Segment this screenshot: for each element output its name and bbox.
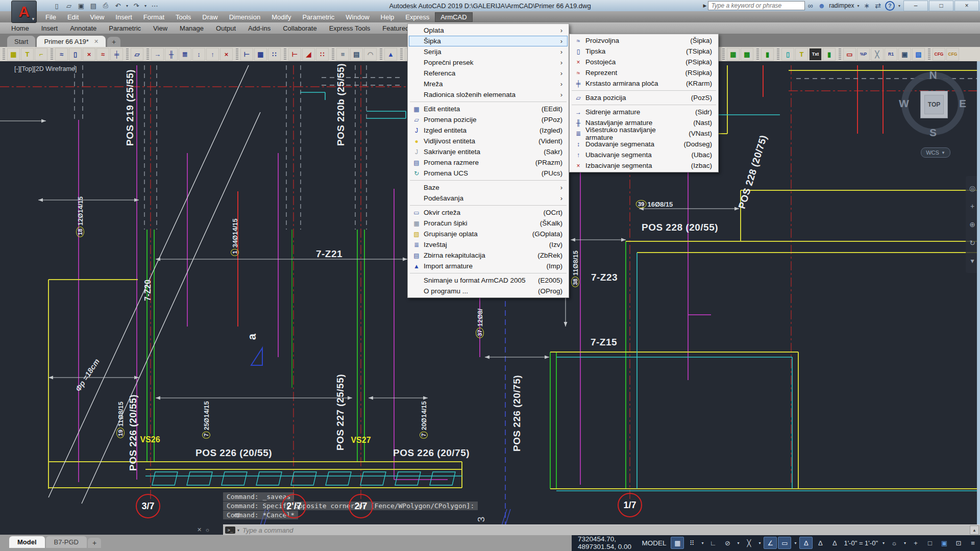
menu-item-postoje-a[interactable]: ×Postojeća(PSipka): [571, 57, 717, 67]
annotation-scale-value[interactable]: 1'-0" = 1'-0": [844, 539, 878, 547]
close-icon[interactable]: ✕: [94, 38, 99, 45]
annotation-visibility-icon[interactable]: Δ: [799, 537, 813, 549]
menu-item-referenca[interactable]: Referenca›: [409, 68, 568, 79]
app-store-icon[interactable]: ∗: [864, 2, 870, 10]
command-scroll-up-icon[interactable]: ▲: [970, 525, 979, 535]
menu-item-promena-ucs[interactable]: ↻Promena UCS(PUcs): [409, 168, 568, 179]
anchoring-icon[interactable]: →: [151, 48, 164, 61]
formwork-t-icon[interactable]: T: [21, 48, 34, 61]
viewcube-top-face[interactable]: TOP: [920, 91, 948, 118]
menu-item-vi-estruko-nastavljanje-armature[interactable]: ≣Višestruko nastavljanje armature(VNast): [571, 128, 717, 139]
recent-commands-caret-icon[interactable]: ▾: [237, 528, 239, 533]
workspace-caret-icon[interactable]: ▾: [902, 537, 908, 549]
entity-bar-green-icon[interactable]: ▮: [761, 48, 774, 61]
menu-item-serija[interactable]: Serija›: [409, 46, 568, 57]
cross-reinforced-slab-icon[interactable]: ╪: [110, 48, 123, 61]
tab-home[interactable]: Home: [5, 23, 35, 33]
menu-item-mre-a[interactable]: Mreža›: [409, 79, 568, 89]
tab-output[interactable]: Output: [210, 23, 242, 33]
menu-item-baze[interactable]: Baze›: [409, 182, 568, 193]
help-caret-icon[interactable]: ▾: [898, 4, 900, 8]
menu-insert[interactable]: Insert: [110, 12, 138, 22]
layout-tab-b7-pgd[interactable]: B7-PGD: [46, 536, 87, 548]
file-tab-start[interactable]: Start: [7, 36, 35, 47]
menu-item-okvir-crte-a[interactable]: ▭Okvir crteža(OCrt): [409, 207, 568, 218]
menu-modify[interactable]: Modify: [266, 12, 297, 22]
viewcube-north[interactable]: N: [929, 69, 937, 81]
tab-view[interactable]: View: [147, 23, 174, 33]
wcs-selector[interactable]: WCS ▼: [921, 147, 950, 158]
workspace-switching-icon[interactable]: ☼: [888, 537, 901, 549]
isolate-objects-icon[interactable]: □: [923, 537, 937, 549]
toolbar-grip[interactable]: [928, 48, 930, 60]
series-dots-icon[interactable]: ∷: [268, 48, 281, 61]
position-database-icon[interactable]: ▱: [131, 48, 143, 61]
menu-item-o-programu[interactable]: O programu ...(OProg): [409, 286, 568, 296]
scale-meter-icon[interactable]: ▭: [843, 48, 856, 61]
new-file-tab-button[interactable]: +: [107, 37, 120, 47]
orbit-icon[interactable]: ↻: [969, 239, 975, 247]
polar-tracking-icon[interactable]: ⊘: [721, 537, 734, 549]
osnap-caret-icon[interactable]: ▾: [792, 537, 798, 549]
region-r1-icon[interactable]: R1: [885, 48, 897, 61]
formwork-table-icon[interactable]: ▦: [7, 48, 20, 61]
toolbar-grip[interactable]: [3, 48, 5, 60]
menu-item-reprezent[interactable]: ≈Reprezent(RSipka): [571, 67, 717, 78]
toolbar-grip[interactable]: [284, 48, 286, 60]
menu-item-radionica-slo-enih-elemenata[interactable]: Radionica složenih elemenata›: [409, 89, 568, 100]
dynamic-input-icon[interactable]: ▭: [778, 537, 791, 549]
menu-item-vidljivost-entiteta[interactable]: ●Vidljivost entiteta(Vident): [409, 136, 568, 146]
bar-existing-icon[interactable]: ×: [83, 48, 95, 61]
annotation-scale-icon-icon[interactable]: Δ: [828, 537, 841, 549]
menu-item-oplata[interactable]: Oplata›: [409, 25, 568, 36]
zoom-icon[interactable]: ⊕: [969, 220, 975, 229]
object-snap-tracking-icon[interactable]: ╳: [742, 537, 755, 549]
customization-menu-icon[interactable]: ≡: [966, 537, 979, 549]
menu-item-promena-razmere[interactable]: ▤Promena razmere(PRazm): [409, 157, 568, 168]
bar-freeform-icon[interactable]: ≈: [55, 48, 68, 61]
menu-draw[interactable]: Draw: [197, 12, 223, 22]
tab-add-ins[interactable]: Add-ins: [242, 23, 277, 33]
application-menu-button[interactable]: A ▼: [11, 1, 37, 23]
menu-item-sidrenje-armature[interactable]: →Sidrenje armature(Sidr): [571, 107, 717, 117]
user-caret-icon[interactable]: ▾: [857, 4, 860, 8]
text-tool-icon[interactable]: Txt: [809, 48, 822, 61]
menu-format[interactable]: Format: [138, 12, 170, 22]
menu-tools[interactable]: Tools: [170, 12, 197, 22]
menu-item-tipska[interactable]: ▯Tipska(TSipka): [571, 46, 717, 57]
help-icon[interactable]: ?: [885, 1, 895, 11]
section-bars-icon[interactable]: ≡: [336, 48, 349, 61]
snap-mode-icon[interactable]: ⠿: [685, 537, 698, 549]
config-1-icon[interactable]: CFG: [933, 48, 945, 61]
multi-splicing-icon[interactable]: ≣: [179, 48, 191, 61]
import-armature-icon[interactable]: ▲: [384, 48, 397, 61]
menu-window[interactable]: Window: [340, 12, 375, 22]
remove-segment-icon[interactable]: ×: [220, 48, 233, 61]
help-search-input[interactable]: [708, 1, 805, 10]
command-input[interactable]: [241, 526, 970, 535]
ortho-mode-icon[interactable]: ∟: [706, 537, 720, 549]
viewcube-west[interactable]: W: [899, 97, 909, 110]
config-2-icon[interactable]: CFG: [946, 48, 959, 61]
menu-item-popre-ni-presek[interactable]: Poprečni presek›: [409, 57, 568, 68]
series-grid-icon[interactable]: ▦: [254, 48, 267, 61]
hardware-acceleration-icon[interactable]: ▣: [938, 537, 951, 549]
command-prompt-icon[interactable]: >_: [225, 527, 235, 534]
model-space-badge[interactable]: MODEL: [642, 539, 666, 547]
tab-manage[interactable]: Manage: [174, 23, 210, 33]
layout-tab-model[interactable]: Model: [9, 536, 45, 548]
menu-item-sakrivanje-entiteta[interactable]: JSakrivanje entiteta(Sakr): [409, 146, 568, 157]
menu-parametric[interactable]: Parametric: [297, 12, 340, 22]
menu-item-import-armature[interactable]: ▲Import armature(Imp): [409, 261, 568, 271]
percent-p-icon[interactable]: %P: [857, 48, 870, 61]
toolbar-grip[interactable]: [756, 48, 759, 60]
tab-express-tools[interactable]: Express Tools: [323, 23, 377, 33]
splicing-icon[interactable]: ╫: [165, 48, 178, 61]
menu-item-zbirna-rekapitulacija[interactable]: ▤Zbirna rekapitulacija(ZbRek): [409, 250, 568, 261]
menu-item-baza-pozicija[interactable]: ▱Baza pozicija(PozS): [571, 92, 717, 103]
object-snap-icon[interactable]: ∠: [764, 537, 777, 549]
menu-dimension[interactable]: Dimension: [224, 12, 266, 22]
series-variable-icon[interactable]: ⊢: [288, 48, 301, 61]
toolbar-grip[interactable]: [146, 48, 149, 60]
tools-wrench-icon[interactable]: ╳: [871, 48, 884, 61]
